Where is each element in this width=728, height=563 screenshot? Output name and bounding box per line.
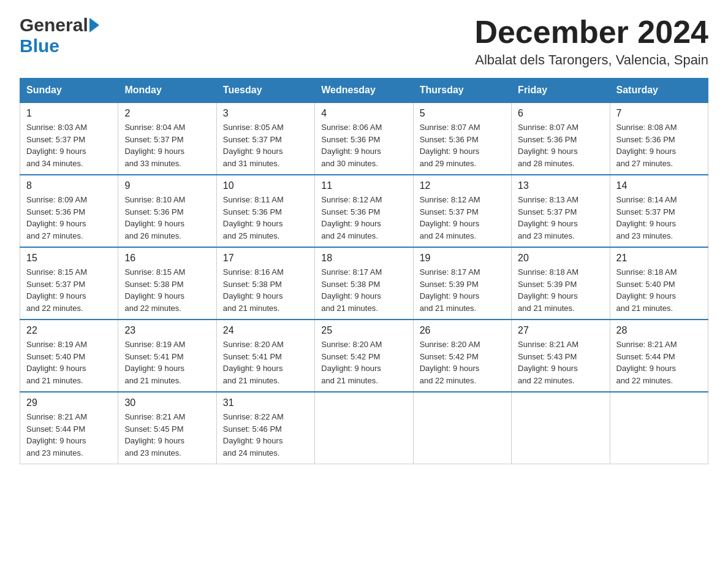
- sunrise-label: Sunrise: 8:20 AM: [420, 340, 480, 349]
- sunset-label: Sunset: 5:37 PM: [26, 280, 85, 289]
- sunrise-label: Sunrise: 8:09 AM: [26, 195, 87, 204]
- daylight-minutes: and 21 minutes.: [616, 304, 673, 313]
- daylight-label: Daylight: 9 hours: [616, 219, 677, 228]
- day-number: 8: [26, 180, 112, 191]
- daylight-minutes: and 21 minutes.: [321, 304, 378, 313]
- calendar-cell: 18 Sunrise: 8:17 AM Sunset: 5:38 PM Dayl…: [315, 247, 413, 320]
- sunrise-label: Sunrise: 8:05 AM: [223, 123, 284, 132]
- sunrise-label: Sunrise: 8:17 AM: [420, 267, 480, 277]
- calendar-cell: 21 Sunrise: 8:18 AM Sunset: 5:40 PM Dayl…: [610, 247, 708, 320]
- sunset-label: Sunset: 5:37 PM: [223, 135, 282, 144]
- logo-general-text: General: [20, 15, 88, 36]
- daylight-minutes: and 24 minutes.: [321, 231, 378, 240]
- sunset-label: Sunset: 5:40 PM: [26, 352, 85, 361]
- day-number: 17: [223, 253, 308, 264]
- daylight-minutes: and 22 minutes.: [518, 376, 575, 385]
- day-info: Sunrise: 8:21 AM Sunset: 5:44 PM Dayligh…: [616, 339, 702, 386]
- logo: General Blue: [20, 15, 99, 56]
- daylight-minutes: and 21 minutes.: [420, 304, 477, 313]
- sunset-label: Sunset: 5:36 PM: [420, 135, 479, 144]
- day-number: 13: [518, 180, 603, 191]
- day-info: Sunrise: 8:22 AM Sunset: 5:46 PM Dayligh…: [223, 411, 308, 459]
- daylight-label: Daylight: 9 hours: [223, 436, 283, 445]
- day-number: 30: [124, 397, 210, 408]
- day-number: 6: [518, 108, 603, 119]
- calendar-body: 1 Sunrise: 8:03 AM Sunset: 5:37 PM Dayli…: [20, 102, 708, 464]
- daylight-label: Daylight: 9 hours: [420, 291, 480, 301]
- sunrise-label: Sunrise: 8:12 AM: [420, 195, 480, 204]
- daylight-label: Daylight: 9 hours: [518, 364, 578, 373]
- daylight-minutes: and 33 minutes.: [124, 159, 181, 168]
- sunset-label: Sunset: 5:42 PM: [420, 352, 479, 361]
- logo-arrow-icon: [89, 18, 99, 33]
- daylight-minutes: and 34 minutes.: [26, 159, 83, 168]
- day-number: 11: [321, 180, 406, 191]
- daylight-label: Daylight: 9 hours: [321, 364, 381, 373]
- sunrise-label: Sunrise: 8:15 AM: [26, 267, 87, 277]
- daylight-label: Daylight: 9 hours: [124, 364, 184, 373]
- calendar-week-row: 1 Sunrise: 8:03 AM Sunset: 5:37 PM Dayli…: [20, 102, 708, 175]
- calendar-cell: 12 Sunrise: 8:12 AM Sunset: 5:37 PM Dayl…: [413, 175, 511, 247]
- sunrise-label: Sunrise: 8:15 AM: [124, 267, 185, 277]
- daylight-minutes: and 28 minutes.: [518, 159, 575, 168]
- calendar-week-row: 8 Sunrise: 8:09 AM Sunset: 5:36 PM Dayli…: [20, 175, 708, 247]
- day-info: Sunrise: 8:08 AM Sunset: 5:36 PM Dayligh…: [616, 121, 702, 169]
- daylight-minutes: and 24 minutes.: [420, 231, 477, 240]
- daylight-label: Daylight: 9 hours: [124, 436, 184, 445]
- sunrise-label: Sunrise: 8:21 AM: [616, 340, 677, 349]
- daylight-label: Daylight: 9 hours: [518, 291, 578, 301]
- sunrise-label: Sunrise: 8:08 AM: [616, 123, 677, 132]
- sunset-label: Sunset: 5:36 PM: [223, 207, 282, 216]
- daylight-label: Daylight: 9 hours: [616, 291, 677, 301]
- daylight-minutes: and 27 minutes.: [26, 231, 83, 240]
- daylight-minutes: and 31 minutes.: [223, 159, 280, 168]
- daylight-minutes: and 23 minutes.: [26, 448, 83, 458]
- sunset-label: Sunset: 5:45 PM: [124, 424, 183, 434]
- daylight-minutes: and 30 minutes.: [321, 159, 378, 168]
- daylight-label: Daylight: 9 hours: [26, 364, 86, 373]
- page-subtitle: Albalat dels Tarongers, Valencia, Spain: [474, 52, 708, 68]
- sunset-label: Sunset: 5:44 PM: [616, 352, 675, 361]
- sunset-label: Sunset: 5:36 PM: [124, 207, 183, 216]
- daylight-label: Daylight: 9 hours: [616, 147, 677, 156]
- day-number: 19: [420, 253, 505, 264]
- daylight-minutes: and 21 minutes.: [124, 376, 181, 385]
- daylight-minutes: and 22 minutes.: [420, 376, 477, 385]
- daylight-minutes: and 23 minutes.: [518, 231, 575, 240]
- calendar-cell: 15 Sunrise: 8:15 AM Sunset: 5:37 PM Dayl…: [20, 247, 118, 320]
- day-number: 23: [124, 325, 210, 336]
- day-info: Sunrise: 8:07 AM Sunset: 5:36 PM Dayligh…: [518, 121, 603, 169]
- sunset-label: Sunset: 5:37 PM: [616, 207, 675, 216]
- day-info: Sunrise: 8:20 AM Sunset: 5:41 PM Dayligh…: [223, 339, 308, 386]
- sunrise-label: Sunrise: 8:19 AM: [124, 340, 185, 349]
- day-number: 27: [518, 325, 603, 336]
- day-info: Sunrise: 8:06 AM Sunset: 5:36 PM Dayligh…: [321, 121, 406, 169]
- day-number: 28: [616, 325, 702, 336]
- sunset-label: Sunset: 5:36 PM: [26, 207, 85, 216]
- calendar-cell: 22 Sunrise: 8:19 AM Sunset: 5:40 PM Dayl…: [20, 320, 118, 392]
- calendar-cell: 5 Sunrise: 8:07 AM Sunset: 5:36 PM Dayli…: [413, 102, 511, 175]
- daylight-minutes: and 21 minutes.: [223, 376, 280, 385]
- calendar-table: Sunday Monday Tuesday Wednesday Thursday…: [20, 78, 708, 464]
- daylight-minutes: and 23 minutes.: [616, 231, 673, 240]
- sunrise-label: Sunrise: 8:16 AM: [223, 267, 284, 277]
- daylight-label: Daylight: 9 hours: [26, 219, 86, 228]
- calendar-cell: 19 Sunrise: 8:17 AM Sunset: 5:39 PM Dayl…: [413, 247, 511, 320]
- day-number: 5: [420, 108, 505, 119]
- day-info: Sunrise: 8:19 AM Sunset: 5:40 PM Dayligh…: [26, 339, 112, 386]
- sunrise-label: Sunrise: 8:20 AM: [321, 340, 382, 349]
- calendar-cell: 24 Sunrise: 8:20 AM Sunset: 5:41 PM Dayl…: [216, 320, 314, 392]
- header-friday: Friday: [512, 79, 610, 103]
- page-title: December 2024: [474, 15, 708, 50]
- sunrise-label: Sunrise: 8:19 AM: [26, 340, 87, 349]
- sunrise-label: Sunrise: 8:18 AM: [518, 267, 578, 277]
- sunrise-label: Sunrise: 8:18 AM: [616, 267, 677, 277]
- sunrise-label: Sunrise: 8:20 AM: [223, 340, 284, 349]
- sunset-label: Sunset: 5:39 PM: [518, 280, 577, 289]
- day-info: Sunrise: 8:09 AM Sunset: 5:36 PM Dayligh…: [26, 194, 112, 242]
- day-info: Sunrise: 8:07 AM Sunset: 5:36 PM Dayligh…: [420, 121, 505, 169]
- weekday-header-row: Sunday Monday Tuesday Wednesday Thursday…: [20, 79, 708, 103]
- calendar-cell: 29 Sunrise: 8:21 AM Sunset: 5:44 PM Dayl…: [20, 392, 118, 464]
- daylight-label: Daylight: 9 hours: [518, 147, 578, 156]
- calendar-cell: 30 Sunrise: 8:21 AM Sunset: 5:45 PM Dayl…: [118, 392, 216, 464]
